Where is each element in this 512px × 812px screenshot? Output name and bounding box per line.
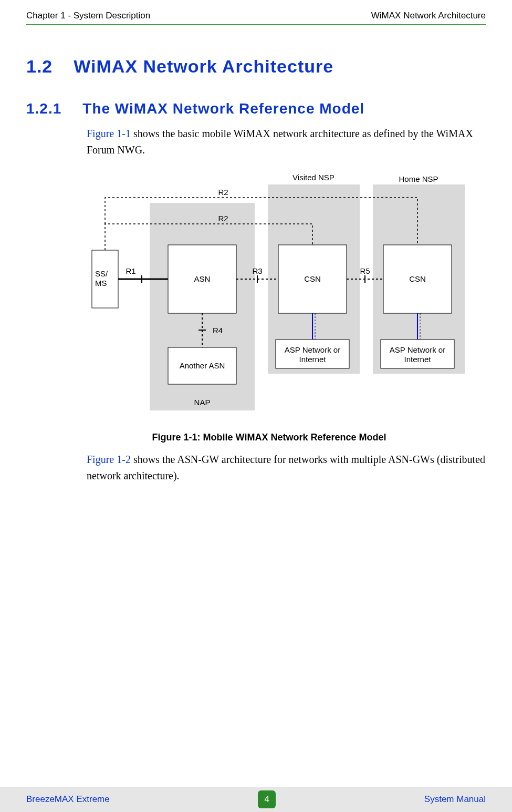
heading-title: The WiMAX Network Reference Model — [82, 100, 364, 117]
label-another-asn: Another ASN — [180, 361, 225, 370]
label-r4: R4 — [213, 326, 223, 335]
label-ss-ms: SS/ — [95, 269, 108, 278]
label-visited-nsp: Visited NSP — [292, 173, 335, 182]
label-ss-ms-2: MS — [95, 279, 107, 287]
label-home-nsp: Home NSP — [399, 174, 438, 183]
paragraph-2-rest: shows the ASN-GW architecture for networ… — [87, 454, 485, 481]
label-r1: R1 — [126, 266, 135, 275]
figure-1-1-caption: Figure 1-1: Mobile WiMAX Network Referen… — [53, 432, 486, 443]
running-header: Chapter 1 - System Description WiMAX Net… — [26, 11, 486, 25]
label-csn-visited: CSN — [304, 274, 321, 283]
runhead-right: WiMAX Network Architecture — [371, 11, 486, 21]
xref-figure-1-1[interactable]: Figure 1-1 — [87, 128, 131, 139]
page-number-badge: 4 — [258, 790, 276, 808]
label-asp-visited-2: Internet — [299, 355, 327, 364]
paragraph-1-rest: shows the basic mobile WiMAX network arc… — [87, 128, 473, 156]
label-asn: ASN — [194, 274, 211, 283]
heading-title: WiMAX Network Architecture — [74, 56, 333, 77]
label-r2a: R2 — [218, 214, 228, 223]
heading-number: 1.2 — [26, 56, 53, 77]
label-r3: R3 — [252, 266, 262, 275]
figure-1-1: Visited NSP Home NSP NAP SS/ MS ASN CSN … — [87, 171, 486, 429]
page-footer: BreezeMAX Extreme 4 System Manual — [0, 787, 512, 812]
heading-1-2-1: 1.2.1 The WiMAX Network Reference Model — [26, 100, 486, 117]
heading-1-2: 1.2 WiMAX Network Architecture — [26, 56, 486, 77]
label-nap: NAP — [194, 398, 211, 407]
label-r5: R5 — [360, 266, 370, 275]
paragraph-1: Figure 1-1 shows the basic mobile WiMAX … — [87, 126, 486, 158]
label-r2b: R2 — [218, 188, 228, 197]
paragraph-2: Figure 1-2 shows the ASN-GW architecture… — [87, 451, 486, 484]
footer-right: System Manual — [424, 794, 486, 805]
heading-number: 1.2.1 — [26, 100, 61, 117]
label-csn-home: CSN — [409, 274, 426, 283]
runhead-left: Chapter 1 - System Description — [26, 11, 150, 21]
footer-left: BreezeMAX Extreme — [26, 794, 110, 805]
xref-figure-1-2[interactable]: Figure 1-2 — [87, 454, 131, 465]
label-asp-visited-1: ASP Network or — [285, 345, 340, 354]
label-asp-home-1: ASP Network or — [390, 345, 445, 354]
label-asp-home-2: Internet — [404, 355, 432, 364]
